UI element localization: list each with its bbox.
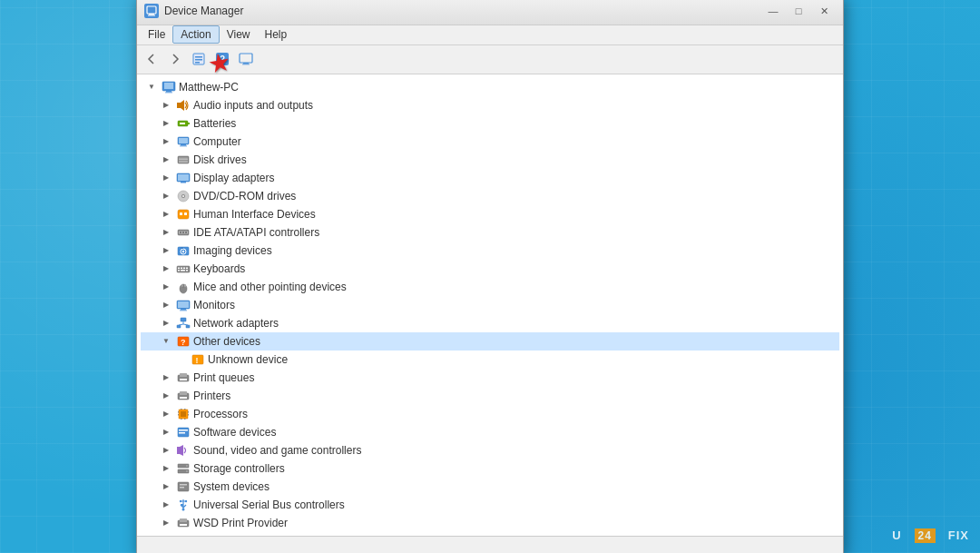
- maximize-button[interactable]: □: [787, 2, 810, 20]
- dvd-expander[interactable]: [159, 189, 173, 203]
- svg-point-33: [182, 195, 184, 197]
- svg-rect-79: [181, 411, 186, 417]
- monitor-button[interactable]: [235, 48, 257, 70]
- svg-rect-90: [179, 432, 185, 434]
- tree-item-printq[interactable]: Print queues: [141, 369, 839, 387]
- tree-item-audio[interactable]: Audio inputs and outputs: [141, 96, 839, 114]
- svg-rect-19: [180, 123, 185, 124]
- tree-item-printers[interactable]: Printers: [141, 387, 839, 405]
- root-expander[interactable]: [144, 80, 159, 94]
- tree-item-usb[interactable]: Universal Serial Bus controllers: [141, 496, 839, 514]
- processors-expander[interactable]: [159, 407, 173, 421]
- monitors-icon: [176, 298, 191, 312]
- other-icon: ?: [176, 334, 191, 349]
- svg-rect-76: [180, 391, 187, 395]
- other-expander[interactable]: [159, 334, 173, 349]
- tree-item-mice[interactable]: Mice and other pointing devices: [141, 278, 839, 296]
- tree-item-processors[interactable]: Processors: [141, 405, 839, 423]
- forward-button[interactable]: [164, 48, 186, 70]
- tree-item-imaging[interactable]: Imaging devices: [141, 242, 839, 260]
- wsd-expander[interactable]: [159, 516, 173, 530]
- close-button[interactable]: ✕: [812, 2, 836, 20]
- usb-expander[interactable]: [159, 498, 173, 512]
- storage-icon: [176, 461, 191, 476]
- tree-item-disk[interactable]: Disk drives: [141, 151, 839, 169]
- help-icon-button[interactable]: ?: [211, 48, 233, 70]
- watermark: U 24 FIX: [892, 528, 969, 542]
- tree-item-network[interactable]: Network adapters: [141, 314, 839, 332]
- tree-item-system[interactable]: System devices: [141, 478, 839, 496]
- processors-label: Processors: [193, 405, 248, 423]
- disk-expander[interactable]: [159, 153, 173, 167]
- printers-expander[interactable]: [159, 389, 173, 403]
- mice-expander[interactable]: [159, 280, 173, 294]
- keyboards-icon: [176, 262, 191, 276]
- minimize-button[interactable]: —: [761, 2, 785, 20]
- dvd-label: DVD/CD-ROM drives: [193, 187, 296, 205]
- svg-rect-101: [181, 504, 183, 506]
- svg-rect-98: [180, 487, 184, 489]
- menu-action[interactable]: Action: [172, 25, 219, 44]
- hid-expander[interactable]: [159, 207, 173, 222]
- svg-rect-15: [165, 92, 172, 93]
- svg-rect-64: [186, 325, 190, 328]
- tree-root[interactable]: Matthew-PC: [141, 78, 839, 96]
- svg-rect-52: [181, 270, 185, 272]
- svg-rect-50: [186, 267, 188, 269]
- tree-item-wsd[interactable]: WSD Print Provider: [141, 514, 839, 532]
- svg-rect-11: [242, 64, 250, 65]
- network-expander[interactable]: [159, 316, 173, 331]
- tree-item-sound[interactable]: Sound, video and game controllers: [141, 441, 839, 459]
- tree-item-dvd[interactable]: DVD/CD-ROM drives: [141, 187, 839, 205]
- display-expander[interactable]: [159, 171, 173, 185]
- computer-expander[interactable]: [159, 134, 173, 149]
- device-manager-window: Device Manager — □ ✕ File Action View He…: [136, 0, 844, 553]
- sound-expander[interactable]: [159, 443, 173, 458]
- imaging-expander[interactable]: [159, 243, 173, 258]
- printq-expander[interactable]: [159, 370, 173, 385]
- keyboards-label: Keyboards: [193, 260, 245, 278]
- menu-file[interactable]: File: [141, 26, 172, 43]
- keyboards-expander[interactable]: [159, 262, 173, 276]
- svg-rect-91: [177, 447, 180, 454]
- svg-rect-45: [181, 247, 183, 249]
- tree-item-keyboards[interactable]: Keyboards: [141, 260, 839, 278]
- tree-item-ide[interactable]: IDE ATA/ATAPI controllers: [141, 223, 839, 242]
- monitors-expander[interactable]: [159, 298, 173, 312]
- menu-view[interactable]: View: [220, 26, 258, 43]
- software-expander[interactable]: [159, 425, 173, 439]
- tree-item-unknown[interactable]: ! Unknown device: [141, 351, 839, 369]
- properties-button[interactable]: [188, 48, 210, 70]
- svg-text:?: ?: [181, 338, 186, 347]
- hid-label: Human Interface Devices: [193, 205, 316, 223]
- tree-item-storage[interactable]: Storage controllers: [141, 459, 839, 478]
- svg-rect-23: [180, 145, 187, 146]
- tree-item-batteries[interactable]: Batteries: [141, 114, 839, 133]
- tree-item-hid[interactable]: Human Interface Devices: [141, 205, 839, 223]
- svg-rect-22: [181, 144, 186, 146]
- batteries-expander[interactable]: [159, 116, 173, 131]
- unknown-label: Unknown device: [208, 351, 288, 369]
- ide-label: IDE ATA/ATAPI controllers: [193, 223, 319, 242]
- audio-expander[interactable]: [159, 98, 173, 113]
- device-tree[interactable]: Matthew-PC Audio inputs and outputs: [137, 74, 843, 536]
- storage-expander[interactable]: [159, 461, 173, 476]
- svg-rect-63: [177, 325, 181, 328]
- tree-item-other[interactable]: ? Other devices: [141, 332, 839, 351]
- system-expander[interactable]: [159, 479, 173, 494]
- tree-item-software[interactable]: Software devices: [141, 423, 839, 441]
- menu-help[interactable]: Help: [258, 26, 295, 43]
- tree-item-computer[interactable]: Computer: [141, 133, 839, 151]
- tree-item-monitors[interactable]: Monitors: [141, 296, 839, 314]
- tree-item-display[interactable]: Display adapters: [141, 169, 839, 187]
- dvd-icon: [176, 189, 191, 203]
- ide-expander[interactable]: [159, 225, 173, 240]
- svg-point-39: [180, 232, 181, 233]
- software-label: Software devices: [193, 423, 276, 441]
- printers-icon: [176, 389, 191, 403]
- back-button[interactable]: [141, 48, 162, 70]
- wsd-label: WSD Print Provider: [193, 514, 288, 532]
- root-icon: [162, 80, 176, 94]
- svg-rect-85: [184, 409, 186, 410]
- usb-label: Universal Serial Bus controllers: [193, 496, 345, 514]
